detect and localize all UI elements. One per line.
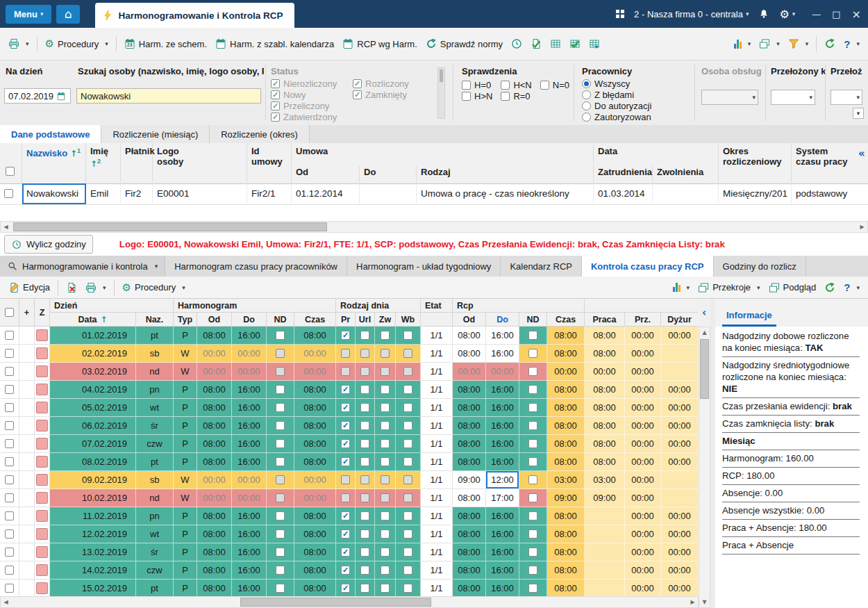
cell-r_do[interactable]: 16:00 <box>486 435 519 453</box>
checkbox-pr[interactable]: ✓ <box>341 511 350 520</box>
search-person-input[interactable]: Nowakowski <box>76 88 261 104</box>
checkbox-wb[interactable] <box>403 403 412 412</box>
column-group-dzien[interactable]: Dzień <box>50 299 174 313</box>
checkbox-pr[interactable] <box>341 493 350 502</box>
column-header-pr[interactable]: Pr <box>336 313 356 327</box>
column-header-logo[interactable]: Logo osoby <box>153 143 247 183</box>
cell-prz[interactable]: 00:00 <box>625 327 661 345</box>
checkbox-rcp-nd[interactable] <box>528 403 537 412</box>
checkbox-zw[interactable] <box>381 493 390 502</box>
cell-prz[interactable]: 00:00 <box>625 435 661 453</box>
cell-etat[interactable]: 1/1 <box>421 561 453 580</box>
cell-r_czas[interactable]: 08:00 <box>547 417 585 435</box>
table-row[interactable]: 03.02.2019ndW00:0000:0000:001/100:0000:0… <box>0 363 699 381</box>
checkbox-pr[interactable] <box>341 349 350 358</box>
checkbox-H=0[interactable] <box>462 81 471 90</box>
cell-pr[interactable] <box>336 363 356 381</box>
cell-r_od[interactable]: 08:00 <box>453 453 486 471</box>
checkbox-url[interactable] <box>360 421 369 430</box>
header-select-all[interactable] <box>0 299 19 327</box>
cell-prz[interactable]: 00:00 <box>625 471 661 489</box>
checkbox-N=0[interactable] <box>540 81 549 90</box>
cell-r_nd[interactable] <box>519 453 547 471</box>
scrollbar-thumb[interactable] <box>240 598 431 607</box>
cell-wb[interactable] <box>396 345 421 363</box>
checkbox-url[interactable] <box>360 566 369 575</box>
cell-h_nd[interactable] <box>267 543 294 561</box>
cell-date[interactable]: 03.02.2019 <box>50 363 136 381</box>
column-header-h_do[interactable]: Do <box>232 313 267 327</box>
company-selector[interactable]: 2 - Nasza firma 0 - centrala ▾ <box>634 9 749 19</box>
cell-prz[interactable]: 00:00 <box>625 525 661 543</box>
checkbox-url[interactable] <box>360 439 369 448</box>
cell-plus[interactable] <box>19 471 35 489</box>
checkbox-harm-nd[interactable] <box>276 331 285 340</box>
cell-praca[interactable]: 08:00 <box>585 417 625 435</box>
cell-wb[interactable] <box>396 507 421 525</box>
checkbox-harm-nd[interactable] <box>276 475 285 484</box>
cell-r_czas[interactable]: 08:00 <box>547 453 585 471</box>
cell-prz[interactable]: 00:00 <box>625 561 661 580</box>
cell-h_od[interactable]: 08:00 <box>197 327 232 345</box>
checkbox-zw[interactable] <box>381 475 390 484</box>
cell-r_czas[interactable]: 08:00 <box>547 435 585 453</box>
cell-naz[interactable]: sb <box>136 345 174 363</box>
cell-typ[interactable]: P <box>174 327 197 345</box>
cell-naz[interactable]: nd <box>136 489 174 507</box>
cell-typ[interactable]: P <box>174 543 197 561</box>
column-header-praca[interactable]: Praca <box>585 313 625 327</box>
cell-etat[interactable]: 1/1 <box>421 453 453 471</box>
cell-sel[interactable] <box>0 580 19 598</box>
column-header-system[interactable]: System czasu pracy <box>792 143 858 183</box>
scroll-left-button[interactable]: ◀ <box>1 222 11 232</box>
checkbox-pr[interactable]: ✓ <box>341 566 350 575</box>
table-row[interactable]: 05.02.2019wtP08:0016:0008:00✓1/108:0016:… <box>0 399 699 417</box>
checkbox-rcp-nd[interactable] <box>528 493 537 502</box>
cell-wb[interactable] <box>396 471 421 489</box>
cell-umowa-do[interactable] <box>360 183 417 204</box>
cell-h_od[interactable]: 08:00 <box>197 580 232 598</box>
checkbox-url[interactable] <box>360 385 369 394</box>
cell-r_czas[interactable]: 08:00 <box>547 580 585 598</box>
cell-prz[interactable]: 00:00 <box>625 417 661 435</box>
cell-sel[interactable] <box>0 399 19 417</box>
cell-r_do[interactable]: 16:00 <box>486 399 519 417</box>
cell-h_czas[interactable]: 08:00 <box>294 435 336 453</box>
cell-etat[interactable]: 1/1 <box>421 399 453 417</box>
cell-h_do[interactable]: 16:00 <box>232 580 267 598</box>
cell-wb[interactable] <box>396 580 421 598</box>
cell-praca[interactable]: 08:00 <box>585 435 625 453</box>
column-header-r_czas[interactable]: Czas <box>547 313 585 327</box>
cell-praca[interactable]: 08:00 <box>585 345 625 363</box>
checkbox-pr[interactable]: ✓ <box>341 385 350 394</box>
table-row[interactable]: 01.02.2019ptP08:0016:0008:00✓1/108:0016:… <box>0 327 699 345</box>
cell-h_do[interactable]: 16:00 <box>232 399 267 417</box>
cell-h_od[interactable]: 08:00 <box>197 381 232 399</box>
checkbox-wb[interactable] <box>403 367 412 376</box>
cell-r_od[interactable]: 08:00 <box>453 345 486 363</box>
table-row[interactable]: 02.02.2019sbW00:0000:0000:001/108:0016:0… <box>0 345 699 363</box>
checkbox-R=0[interactable] <box>501 92 510 101</box>
cell-url[interactable] <box>356 561 375 580</box>
cell-h_nd[interactable] <box>267 381 294 399</box>
checkbox-zw[interactable] <box>381 548 390 557</box>
cell-prz[interactable]: 00:00 <box>625 363 661 381</box>
radio-item-Z błędami[interactable]: Z błędami <box>582 90 651 100</box>
cell-praca[interactable]: 09:00 <box>585 489 625 507</box>
cell-h_od[interactable]: 00:00 <box>197 489 232 507</box>
cell-praca[interactable]: 08:00 <box>585 381 625 399</box>
checkbox-zw[interactable] <box>381 331 390 340</box>
cell-h_nd[interactable] <box>267 399 294 417</box>
cell-r_do[interactable]: 16:00 <box>486 381 519 399</box>
row-checkbox[interactable] <box>5 331 14 340</box>
cell-etat[interactable]: 1/1 <box>421 471 453 489</box>
checkbox-harm-nd[interactable] <box>276 493 285 502</box>
radio-item-Zautoryzowan[interactable]: Zautoryzowan <box>582 112 651 122</box>
column-header-r_do[interactable]: Do <box>486 313 519 327</box>
cell-url[interactable] <box>356 580 375 598</box>
cell-prz[interactable]: 00:00 <box>625 345 661 363</box>
cell-r_czas[interactable]: 08:00 <box>547 525 585 543</box>
cell-wb[interactable] <box>396 561 421 580</box>
cell-h_od[interactable]: 08:00 <box>197 417 232 435</box>
wylicz-godziny-button[interactable]: Wylicz godziny <box>4 235 93 254</box>
